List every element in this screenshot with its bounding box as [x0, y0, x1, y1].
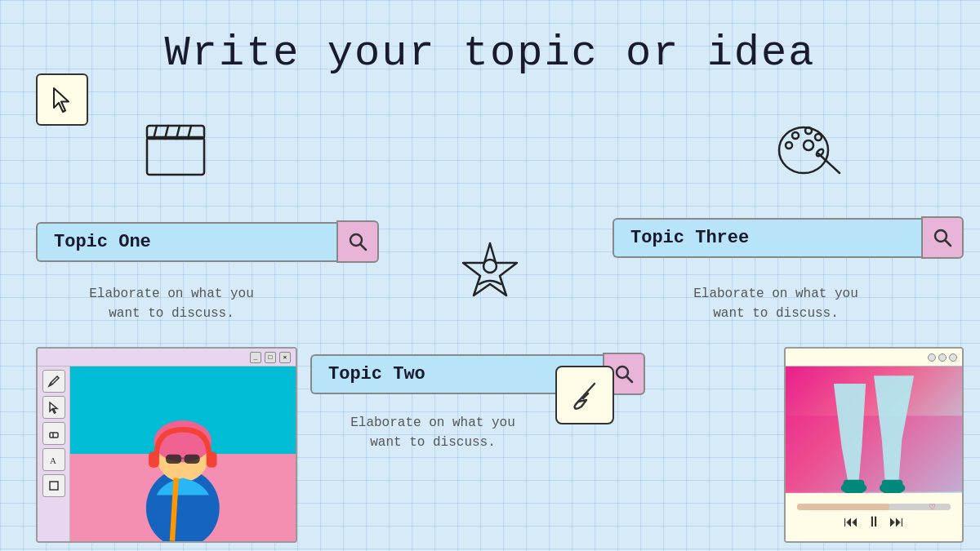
media-titlebar [786, 349, 962, 367]
svg-rect-42 [882, 480, 903, 492]
topic-three-description: Elaborate on what you want to discuss. [686, 284, 866, 323]
paint-content: A [38, 367, 296, 541]
svg-rect-28 [50, 482, 58, 490]
topic-three-search-button[interactable] [921, 216, 964, 259]
topic-three-section: Topic Three [612, 216, 964, 259]
topic-three-input[interactable]: Topic Three [612, 218, 921, 258]
svg-rect-33 [185, 455, 200, 464]
svg-line-22 [578, 384, 595, 402]
paint-text-tool[interactable]: A [42, 448, 65, 471]
brush-icon-box [555, 366, 614, 424]
clapperboard-icon [139, 114, 212, 180]
svg-point-7 [804, 140, 813, 150]
media-next-button[interactable]: ⏭ [889, 513, 904, 531]
media-prev-button[interactable]: ⏮ [844, 513, 858, 531]
media-preview [786, 367, 962, 493]
media-dot-2 [938, 353, 947, 362]
media-progress-bar[interactable]: ♡ [797, 504, 950, 510]
paint-pencil-tool[interactable] [42, 370, 65, 393]
page-title: Write your topic or idea [0, 0, 980, 78]
paint-rect-tool[interactable] [42, 474, 65, 497]
svg-text:A: A [50, 455, 56, 465]
paint-cursor-tool[interactable] [42, 396, 65, 419]
media-window: ♡ ⏮ ⏸ ⏭ [784, 347, 964, 543]
media-dot-1 [928, 353, 936, 362]
paint-close-button[interactable]: ✕ [279, 352, 291, 363]
paint-canvas [70, 367, 296, 541]
svg-point-11 [815, 134, 822, 140]
svg-rect-41 [844, 480, 865, 492]
svg-point-8 [786, 142, 792, 149]
svg-rect-0 [147, 137, 204, 175]
media-play-button[interactable]: ⏸ [866, 513, 881, 531]
star-person-icon [453, 237, 527, 318]
svg-point-9 [792, 132, 799, 139]
svg-line-24 [51, 383, 52, 384]
paint-eraser-tool[interactable] [42, 422, 65, 445]
paint-window: _ □ ✕ [36, 347, 297, 543]
media-controls: ♡ ⏮ ⏸ ⏭ [786, 493, 962, 541]
svg-rect-32 [166, 455, 181, 464]
svg-rect-38 [786, 415, 962, 491]
svg-rect-25 [50, 433, 58, 438]
svg-line-21 [627, 377, 633, 383]
palette-icon [768, 114, 849, 188]
topic-two-description: Elaborate on what you want to discuss. [343, 413, 523, 452]
cursor-icon [47, 85, 77, 114]
paint-maximize-button[interactable]: □ [265, 352, 276, 363]
svg-point-10 [805, 127, 812, 134]
topic-one-description: Elaborate on what you want to discuss. [82, 284, 261, 323]
media-heart-icon: ♡ [929, 501, 935, 513]
topic-one-section: Topic One [36, 220, 379, 263]
svg-line-17 [361, 245, 367, 251]
svg-line-12 [818, 153, 840, 173]
media-buttons: ⏮ ⏸ ⏭ [844, 513, 904, 531]
media-progress-fill [797, 504, 889, 510]
svg-rect-36 [207, 452, 217, 468]
cursor-box [36, 73, 88, 126]
topic-one-search-button[interactable] [336, 220, 379, 263]
svg-point-13 [815, 148, 824, 157]
brush-icon [567, 377, 603, 413]
svg-marker-14 [463, 243, 517, 295]
svg-line-19 [946, 241, 951, 247]
svg-point-31 [154, 420, 212, 462]
paint-minimize-button[interactable]: _ [250, 352, 261, 363]
paint-toolbar: A [38, 367, 70, 541]
svg-rect-35 [149, 452, 159, 468]
paint-window-titlebar: _ □ ✕ [38, 349, 296, 367]
media-dot-3 [949, 353, 957, 362]
topic-one-input[interactable]: Topic One [36, 222, 336, 262]
svg-point-15 [483, 260, 497, 273]
